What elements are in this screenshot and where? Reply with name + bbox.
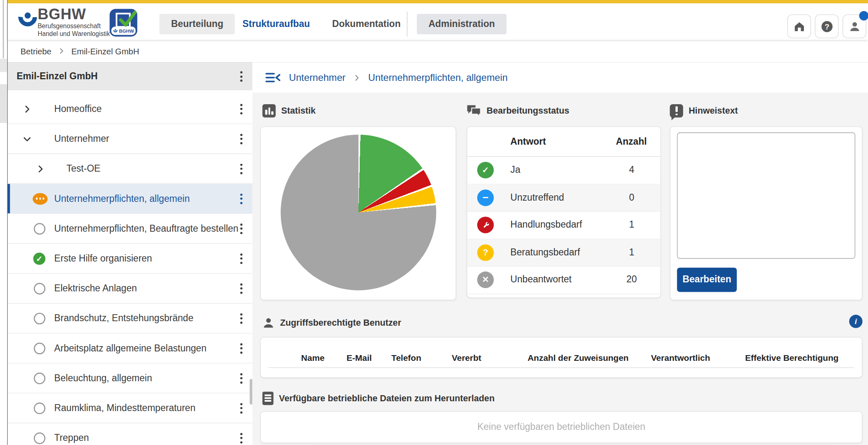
chevron-right-icon[interactable] <box>36 164 45 174</box>
bearbeitungsstatus-header: Bearbeitungsstatus <box>467 104 569 118</box>
sidebar-item-erste-hilfe-organisieren[interactable]: ✓Erste Hilfe organisieren <box>7 244 253 274</box>
sidebar-item-elektrische-anlagen[interactable]: Elektrische Anlagen <box>7 274 253 304</box>
app-window: BGHW Berufsgenossenschaft Handel und War… <box>0 0 868 445</box>
kebab-menu-icon[interactable] <box>238 371 245 386</box>
status-row-label: Unbeantwortet <box>510 274 572 285</box>
question-status-icon: ? <box>477 244 494 261</box>
wrench-status-icon <box>477 217 494 233</box>
kebab-menu-icon[interactable] <box>238 281 245 296</box>
kebab-menu-icon[interactable] <box>238 131 245 146</box>
status-table-header: Antwort Anzahl <box>467 127 660 157</box>
status-row-label: Unzutreffend <box>510 192 564 203</box>
sidebar-item-label: Brandschutz, Entstehungsbrände <box>54 313 194 324</box>
kebab-menu-icon[interactable] <box>238 161 245 177</box>
nav-strukturaufbau[interactable]: Strukturaufbau <box>231 14 321 34</box>
check-status-icon: ✓ <box>477 162 494 179</box>
home-button[interactable] <box>787 14 811 38</box>
help-icon: ? <box>820 20 834 33</box>
status-open-icon <box>34 223 45 234</box>
sidebar-item-beleuchtung-allgemein[interactable]: Beleuchtung, allgemein <box>7 363 253 393</box>
bearbeiten-button[interactable]: Bearbeiten <box>677 268 737 292</box>
sidebar-item-label: Unternehmer <box>54 133 109 144</box>
collapse-sidebar-icon[interactable] <box>265 71 281 85</box>
status-row-unbeantwortet: ✕Unbeantwortet20 <box>467 266 660 294</box>
gutter-scrollbar[interactable] <box>3 0 4 58</box>
status-open-icon <box>34 342 45 354</box>
sidebar-item-unternehmer[interactable]: Unternehmer <box>7 124 253 154</box>
users-col-effektive-berechtigung: Effektive Berechtigung <box>745 353 839 363</box>
status-row-label: Ja <box>510 165 520 176</box>
kebab-menu-icon[interactable] <box>238 431 245 445</box>
hinweistext-textarea[interactable] <box>677 132 855 259</box>
sidebar-item-label: Test-OE <box>67 163 100 174</box>
main-breadcrumb-parent[interactable]: Unternehmer <box>289 72 345 83</box>
status-row-label: Beratungsbedarf <box>510 247 580 258</box>
users-col-name: Name <box>301 353 325 363</box>
app-icon-label: BGHW <box>119 28 134 34</box>
kebab-menu-icon[interactable] <box>238 251 245 266</box>
status-row-ja: ✓Ja4 <box>467 157 660 184</box>
kebab-menu-icon[interactable] <box>238 400 245 416</box>
benutzer-title: Zugriffsberechtigte Benutzer <box>280 318 401 328</box>
hinweistext-title: Hinweistext <box>689 106 738 116</box>
sidebar-item-unternehmerpflichten-allgemein[interactable]: Unternehmerpflichten, allgemein <box>7 184 253 214</box>
status-open-icon <box>34 402 45 414</box>
nav-beurteilung[interactable]: Beurteilung <box>159 14 235 34</box>
status-open-icon <box>34 432 45 444</box>
status-row-count: 0 <box>615 192 648 203</box>
left-gutter <box>0 0 7 445</box>
document-icon <box>263 392 274 405</box>
sidebar-scrollbar[interactable] <box>249 379 252 404</box>
chevron-right-icon[interactable] <box>22 104 32 114</box>
kebab-menu-icon[interactable] <box>238 101 245 116</box>
statistik-title: Statistik <box>281 106 316 116</box>
bearbeitungsstatus-card: Antwort Anzahl ✓Ja4−Unzutreffend0Handlun… <box>467 126 661 298</box>
sidebar-item-brandschutz-entstehungsbrände[interactable]: Brandschutz, Entstehungsbrände <box>7 304 253 333</box>
alert-bubble-icon <box>670 104 683 118</box>
sidebar-item-homeoffice[interactable]: Homeoffice <box>7 94 253 124</box>
users-col-anzahl-der-zuweisungen: Anzahl der Zuweisungen <box>527 353 629 363</box>
status-row-label: Handlungsbedarf <box>510 219 582 230</box>
sidebar-item-label: Raumklima, Mindesttemperaturen <box>54 403 196 414</box>
sidebar-item-unternehmerpflichten-beauftragte-bestellen[interactable]: Unternehmerpflichten, Beauftragte bestel… <box>7 214 253 244</box>
status-open-icon <box>34 313 45 324</box>
minus-status-icon: − <box>477 189 494 206</box>
kebab-menu-icon[interactable] <box>238 69 245 84</box>
dateien-title: Verfügbare betriebliche Dateien zum Heru… <box>279 394 494 403</box>
sidebar-item-arbeitsplatz-allgemeine-belastungen[interactable]: Arbeitsplatz allgemeine Belastungen <box>7 333 253 363</box>
status-table-body: ✓Ja4−Unzutreffend0Handlungsbedarf1?Berat… <box>467 157 660 294</box>
info-icon[interactable]: i <box>849 315 863 328</box>
gutter-block <box>0 59 7 72</box>
sidebar-item-test-oe[interactable]: Test-OE <box>7 154 253 184</box>
help-button[interactable]: ? <box>815 14 839 38</box>
sidebar-item-label: Elektrische Anlagen <box>54 283 137 294</box>
kebab-menu-icon[interactable] <box>238 191 245 206</box>
statistik-pie-chart <box>280 134 436 290</box>
users-col-vererbt: Vererbt <box>452 353 481 363</box>
kebab-menu-icon[interactable] <box>238 221 245 236</box>
sidebar-item-label: Treppen <box>54 432 89 443</box>
status-row-count: 1 <box>615 219 648 230</box>
nav-dokumentation[interactable]: Dokumentation <box>320 14 412 34</box>
nav-divider <box>407 11 407 36</box>
sidebar-item-label: Homeoffice <box>54 103 102 114</box>
nav-administration[interactable]: Administration <box>417 14 507 34</box>
main-content: Unternehmer Unternehmerpflichten, allgem… <box>252 62 868 445</box>
top-accent-bar <box>7 0 868 3</box>
user-notification-dot <box>859 11 868 20</box>
sidebar-tree: HomeofficeUnternehmerTest-OEUnternehmerp… <box>7 94 253 445</box>
status-row-count: 20 <box>615 274 648 285</box>
dateien-header: Verfügbare betriebliche Dateien zum Heru… <box>263 392 495 405</box>
user-icon <box>848 20 861 33</box>
sidebar-item-treppen[interactable]: Treppen <box>7 423 253 445</box>
sidebar-item-raumklima-mindesttemperaturen[interactable]: Raumklima, Mindesttemperaturen <box>7 394 253 423</box>
chevron-down-icon[interactable] <box>22 134 32 143</box>
status-col-anzahl: Anzahl <box>605 136 658 147</box>
bar-chart-icon <box>263 104 276 118</box>
user-button[interactable] <box>843 14 866 38</box>
sidebar-header: Emil-Einzel GmbH <box>7 62 253 90</box>
chevron-right-icon <box>58 47 65 55</box>
kebab-menu-icon[interactable] <box>238 341 245 356</box>
kebab-menu-icon[interactable] <box>238 311 245 326</box>
breadcrumb-root[interactable]: Betriebe <box>20 46 51 56</box>
